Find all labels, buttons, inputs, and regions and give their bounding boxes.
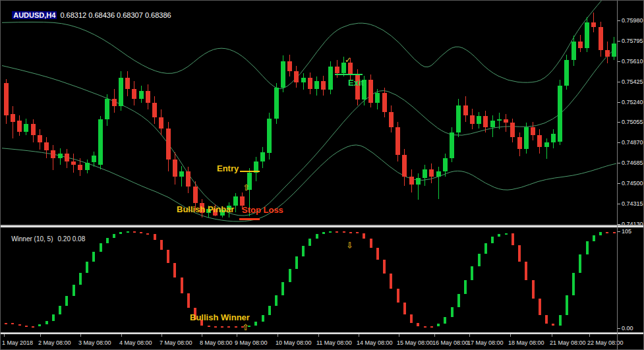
candle [463,96,468,121]
pane-splitter[interactable] [1,225,644,227]
candle-body [267,119,272,153]
winner-bar [275,295,278,306]
price-axis-label: 105 [622,228,631,235]
candle [564,55,569,90]
time-axis-tick [161,334,162,337]
price-axis-label: 0.75980 [622,17,643,24]
candle-body [112,99,117,107]
exit-check-icon[interactable]: ✓ [345,55,351,65]
candle [395,122,400,161]
candle [551,129,556,148]
time-axis-label: 18 May 08:00 [508,339,544,346]
time-axis-label: 21 May 08:00 [550,339,586,346]
candle-body [483,116,488,127]
buy-arrow-icon[interactable]: ⇧ [243,183,250,192]
candle [504,114,508,132]
candle-body [612,44,616,57]
entry-label[interactable]: Entry [217,163,239,173]
bullish-winner-label[interactable]: Bullish Winner [190,312,250,322]
time-axis-tick [359,334,359,337]
candle-body [558,86,562,142]
candle-body [159,117,163,129]
winner-bar [505,233,508,235]
time-axis-label: 14 May 08:00 [357,339,393,346]
candle-body [308,78,312,89]
candle-body [92,156,96,162]
candle-body [260,152,265,161]
exit-price-line[interactable] [335,74,363,75]
candle-body [571,42,576,60]
exit-label[interactable]: Exit [348,78,364,88]
candle [436,167,441,198]
bullish-pinbar-label[interactable]: Bullish Pinbar [177,204,234,214]
candle-body [294,71,299,82]
winner-bar [308,239,311,246]
winner-bar [140,232,142,233]
price-axis[interactable]: 0.759800.757950.756100.754250.752400.750… [618,1,644,350]
winner-bar [397,289,399,303]
winner-bar [518,245,521,262]
candle-body [166,129,171,160]
winner-bar [32,326,34,328]
candle-body [470,115,475,124]
winner-bar [424,326,426,328]
winner-bar [119,232,122,234]
candle-body [402,155,407,177]
candle-body [591,22,596,27]
winner-down-arrow-icon[interactable]: ⇩ [346,241,353,250]
candle [17,115,22,136]
candle-body [173,160,177,177]
candle-body [281,61,285,88]
candle-body [429,169,434,177]
winner-bar [464,280,467,294]
price-axis-label: 0.75795 [622,38,643,44]
candle-body [71,161,76,165]
candle [125,71,130,96]
candle [31,119,36,142]
candle-body [254,161,258,173]
candle-body [450,132,454,158]
time-axis-label: 2 May 08:00 [38,339,71,346]
winner-bar [268,306,271,315]
candle [402,149,407,185]
winner-bar [437,324,440,326]
main-chart-svg[interactable]: ⇧✓ [1,1,617,225]
stop-loss-line[interactable] [239,218,260,220]
candle-body [139,91,144,99]
price-axis-tick [618,231,620,232]
candle [98,116,103,169]
winner-bar [52,314,55,321]
candle-wick [13,106,13,138]
winner-up-arrow-icon[interactable]: ⇧ [242,322,249,332]
winner-bar [478,254,481,267]
winner-bar [11,323,14,325]
stop-loss-label[interactable]: Stop Loss [242,205,283,215]
winner-bar [579,254,581,273]
winner-bar [552,324,554,326]
indicator-svg[interactable]: ⇧⇩ [1,227,617,332]
time-axis[interactable]: 1 May 20182 May 08:003 May 08:004 May 08… [1,334,644,350]
candle-body [152,103,157,117]
time-axis-splitter[interactable] [1,332,644,334]
winner-bar [302,246,305,256]
time-axis-tick [469,334,470,337]
winner-bar [181,277,183,293]
candle-body [463,105,468,115]
candle-body [193,187,198,203]
entry-price-line[interactable] [240,171,260,172]
candle [558,80,562,145]
time-axis-tick [202,334,202,337]
time-axis-tick [80,334,81,337]
candle [470,109,475,130]
candle [274,83,279,124]
candle [287,55,292,76]
price-axis-tick [618,41,620,42]
candle [132,81,136,105]
candle [173,152,177,184]
candle [531,122,535,140]
winner-bar [599,232,602,235]
price-axis-tick [618,142,620,143]
winner-bar [322,232,325,234]
candle-body [443,158,448,171]
symbol-timeframe-label: AUDUSD,H4 [12,11,57,19]
